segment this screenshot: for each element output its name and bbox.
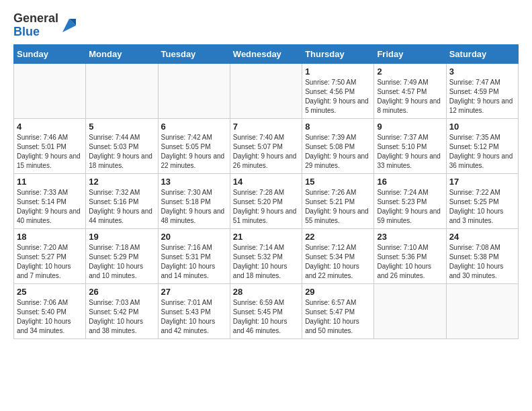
day-number: 12	[89, 177, 154, 187]
day-info: Sunrise: 7:16 AM Sunset: 5:31 PM Dayligh…	[161, 243, 227, 281]
day-info: Sunrise: 7:37 AM Sunset: 5:10 PM Dayligh…	[377, 133, 443, 171]
day-number: 11	[17, 177, 83, 187]
day-info: Sunrise: 7:33 AM Sunset: 5:14 PM Dayligh…	[17, 188, 83, 226]
calendar-cell	[14, 63, 86, 118]
calendar-cell	[446, 283, 518, 338]
day-info: Sunrise: 7:42 AM Sunset: 5:05 PM Dayligh…	[161, 133, 227, 171]
calendar-cell: 16Sunrise: 7:24 AM Sunset: 5:23 PM Dayli…	[374, 173, 446, 228]
logo-icon	[60, 16, 79, 35]
day-info: Sunrise: 7:28 AM Sunset: 5:20 PM Dayligh…	[233, 188, 299, 226]
day-number: 19	[89, 232, 154, 242]
calendar-cell	[86, 63, 158, 118]
calendar-cell: 18Sunrise: 7:20 AM Sunset: 5:27 PM Dayli…	[14, 228, 86, 283]
calendar-cell: 27Sunrise: 7:01 AM Sunset: 5:43 PM Dayli…	[158, 283, 230, 338]
page-header: General Blue	[0, 0, 532, 44]
calendar-cell: 6Sunrise: 7:42 AM Sunset: 5:05 PM Daylig…	[158, 118, 230, 173]
calendar-cell: 15Sunrise: 7:26 AM Sunset: 5:21 PM Dayli…	[302, 173, 374, 228]
calendar-cell: 19Sunrise: 7:18 AM Sunset: 5:29 PM Dayli…	[86, 228, 158, 283]
day-number: 5	[89, 122, 154, 132]
calendar-table: SundayMondayTuesdayWednesdayThursdayFrid…	[13, 44, 519, 339]
day-number: 17	[449, 177, 515, 187]
day-info: Sunrise: 7:44 AM Sunset: 5:03 PM Dayligh…	[89, 133, 154, 171]
day-number: 1	[305, 66, 371, 77]
calendar-cell: 29Sunrise: 6:57 AM Sunset: 5:47 PM Dayli…	[302, 283, 374, 338]
day-info: Sunrise: 7:12 AM Sunset: 5:34 PM Dayligh…	[305, 243, 371, 281]
day-info: Sunrise: 7:32 AM Sunset: 5:16 PM Dayligh…	[89, 188, 154, 226]
calendar-week-row: 18Sunrise: 7:20 AM Sunset: 5:27 PM Dayli…	[14, 228, 519, 283]
calendar-cell: 22Sunrise: 7:12 AM Sunset: 5:34 PM Dayli…	[302, 228, 374, 283]
day-number: 4	[17, 122, 83, 132]
day-number: 9	[377, 122, 443, 132]
day-number: 3	[449, 66, 515, 77]
day-info: Sunrise: 7:14 AM Sunset: 5:32 PM Dayligh…	[233, 243, 299, 281]
calendar-cell: 24Sunrise: 7:08 AM Sunset: 5:38 PM Dayli…	[446, 228, 518, 283]
day-number: 14	[233, 177, 299, 187]
calendar-week-row: 11Sunrise: 7:33 AM Sunset: 5:14 PM Dayli…	[14, 173, 519, 228]
day-info: Sunrise: 7:39 AM Sunset: 5:08 PM Dayligh…	[305, 133, 371, 171]
day-number: 28	[233, 287, 299, 297]
day-number: 27	[161, 287, 227, 297]
calendar-cell: 13Sunrise: 7:30 AM Sunset: 5:18 PM Dayli…	[158, 173, 230, 228]
logo-general: General	[13, 11, 58, 25]
calendar-cell: 7Sunrise: 7:40 AM Sunset: 5:07 PM Daylig…	[230, 118, 302, 173]
calendar-week-row: 25Sunrise: 7:06 AM Sunset: 5:40 PM Dayli…	[14, 283, 519, 338]
calendar-container: SundayMondayTuesdayWednesdayThursdayFrid…	[0, 44, 532, 346]
calendar-cell: 5Sunrise: 7:44 AM Sunset: 5:03 PM Daylig…	[86, 118, 158, 173]
day-number: 29	[305, 287, 371, 297]
calendar-cell: 17Sunrise: 7:22 AM Sunset: 5:25 PM Dayli…	[446, 173, 518, 228]
calendar-day-header: Monday	[86, 44, 158, 63]
calendar-week-row: 1Sunrise: 7:50 AM Sunset: 4:56 PM Daylig…	[14, 63, 519, 118]
day-number: 22	[305, 232, 371, 242]
day-number: 23	[377, 232, 443, 242]
calendar-cell: 21Sunrise: 7:14 AM Sunset: 5:32 PM Dayli…	[230, 228, 302, 283]
calendar-cell: 12Sunrise: 7:32 AM Sunset: 5:16 PM Dayli…	[86, 173, 158, 228]
calendar-cell: 20Sunrise: 7:16 AM Sunset: 5:31 PM Dayli…	[158, 228, 230, 283]
day-info: Sunrise: 7:46 AM Sunset: 5:01 PM Dayligh…	[17, 133, 83, 171]
calendar-cell: 4Sunrise: 7:46 AM Sunset: 5:01 PM Daylig…	[14, 118, 86, 173]
calendar-header-row: SundayMondayTuesdayWednesdayThursdayFrid…	[14, 44, 519, 63]
calendar-cell: 2Sunrise: 7:49 AM Sunset: 4:57 PM Daylig…	[374, 63, 446, 118]
calendar-cell: 25Sunrise: 7:06 AM Sunset: 5:40 PM Dayli…	[14, 283, 86, 338]
calendar-day-header: Saturday	[446, 44, 518, 63]
calendar-cell: 8Sunrise: 7:39 AM Sunset: 5:08 PM Daylig…	[302, 118, 374, 173]
day-info: Sunrise: 7:20 AM Sunset: 5:27 PM Dayligh…	[17, 243, 83, 281]
day-number: 18	[17, 232, 83, 242]
calendar-cell: 9Sunrise: 7:37 AM Sunset: 5:10 PM Daylig…	[374, 118, 446, 173]
day-number: 2	[377, 66, 443, 77]
day-info: Sunrise: 7:08 AM Sunset: 5:38 PM Dayligh…	[449, 243, 515, 281]
day-info: Sunrise: 7:06 AM Sunset: 5:40 PM Dayligh…	[17, 298, 83, 336]
calendar-cell	[230, 63, 302, 118]
day-number: 26	[89, 287, 154, 297]
day-info: Sunrise: 7:49 AM Sunset: 4:57 PM Dayligh…	[377, 78, 443, 116]
day-info: Sunrise: 7:10 AM Sunset: 5:36 PM Dayligh…	[377, 243, 443, 281]
calendar-day-header: Wednesday	[230, 44, 302, 63]
calendar-cell: 11Sunrise: 7:33 AM Sunset: 5:14 PM Dayli…	[14, 173, 86, 228]
day-number: 8	[305, 122, 371, 132]
day-number: 15	[305, 177, 371, 187]
day-number: 10	[449, 122, 515, 132]
day-number: 16	[377, 177, 443, 187]
calendar-cell: 23Sunrise: 7:10 AM Sunset: 5:36 PM Dayli…	[374, 228, 446, 283]
calendar-cell: 28Sunrise: 6:59 AM Sunset: 5:45 PM Dayli…	[230, 283, 302, 338]
day-info: Sunrise: 7:01 AM Sunset: 5:43 PM Dayligh…	[161, 298, 227, 336]
day-info: Sunrise: 7:18 AM Sunset: 5:29 PM Dayligh…	[89, 243, 154, 281]
calendar-cell: 1Sunrise: 7:50 AM Sunset: 4:56 PM Daylig…	[302, 63, 374, 118]
day-info: Sunrise: 7:40 AM Sunset: 5:07 PM Dayligh…	[233, 133, 299, 171]
day-info: Sunrise: 7:24 AM Sunset: 5:23 PM Dayligh…	[377, 188, 443, 226]
calendar-cell	[374, 283, 446, 338]
day-info: Sunrise: 7:30 AM Sunset: 5:18 PM Dayligh…	[161, 188, 227, 226]
calendar-cell: 14Sunrise: 7:28 AM Sunset: 5:20 PM Dayli…	[230, 173, 302, 228]
day-number: 25	[17, 287, 83, 297]
day-info: Sunrise: 7:22 AM Sunset: 5:25 PM Dayligh…	[449, 188, 515, 226]
day-info: Sunrise: 7:35 AM Sunset: 5:12 PM Dayligh…	[449, 133, 515, 171]
day-number: 24	[449, 232, 515, 242]
day-info: Sunrise: 6:59 AM Sunset: 5:45 PM Dayligh…	[233, 298, 299, 336]
day-info: Sunrise: 7:26 AM Sunset: 5:21 PM Dayligh…	[305, 188, 371, 226]
logo-blue: Blue	[13, 25, 40, 38]
day-info: Sunrise: 6:57 AM Sunset: 5:47 PM Dayligh…	[305, 298, 371, 336]
day-number: 7	[233, 122, 299, 132]
calendar-day-header: Friday	[374, 44, 446, 63]
calendar-cell: 3Sunrise: 7:47 AM Sunset: 4:59 PM Daylig…	[446, 63, 518, 118]
calendar-day-header: Tuesday	[158, 44, 230, 63]
calendar-day-header: Sunday	[14, 44, 86, 63]
